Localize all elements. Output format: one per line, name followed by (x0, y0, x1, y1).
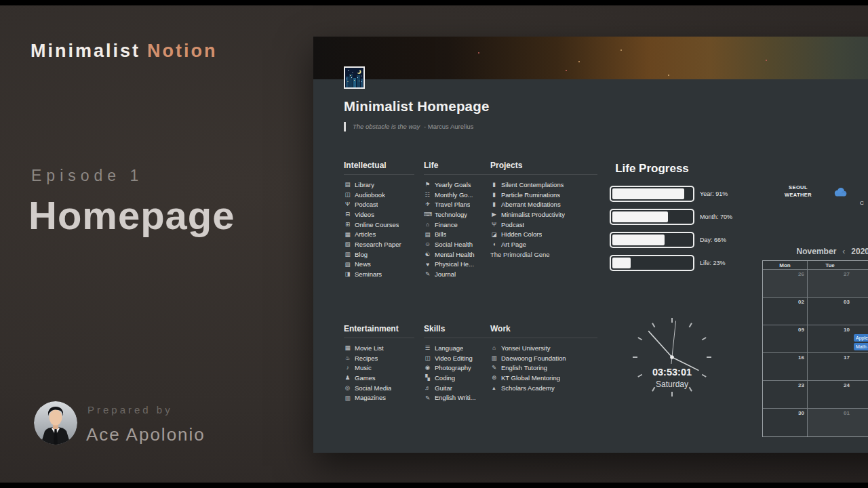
calendar-prev-button[interactable]: ‹ (842, 247, 845, 256)
page-link-item[interactable]: ⌨Technology (424, 209, 494, 220)
calendar-cell[interactable]: 25 (852, 381, 868, 409)
calendar-cell[interactable]: 30 (763, 409, 808, 436)
page-link-item[interactable]: ✎English Writi... (424, 392, 498, 403)
progress-bar-list: Year: 91% Month: 70% Day: 66% Li (610, 186, 766, 271)
page-link-item[interactable]: ▦Articles (344, 229, 414, 239)
video-player-icon: ⊟ (344, 211, 351, 218)
page-link-label: KT Global Mentoring (501, 374, 560, 382)
calendar-cell[interactable]: 17 (808, 353, 852, 381)
page-link-item[interactable]: ☯Mental Health (424, 249, 494, 260)
microphone-icon: Ψ (490, 222, 498, 228)
page-link-item[interactable]: ◪Hidden Colors (490, 229, 597, 239)
page-link-item[interactable]: ✎Journal (424, 269, 494, 279)
page-link-item[interactable]: ◉Photography (424, 363, 498, 373)
calendar-event-chip[interactable]: Math 4 (854, 343, 868, 350)
page-link-item[interactable]: ◫Video Editing (424, 353, 498, 363)
page-link-item[interactable]: ◨Seminars (344, 269, 414, 279)
page-link-item[interactable]: ⌂Finance (424, 220, 494, 230)
calendar-day-header: Wed (852, 261, 868, 270)
calendar-cell[interactable]: 26 (763, 270, 808, 298)
calendar-events: AppleMath 4 (854, 334, 868, 352)
section-item-list: ▤Library◫AudiobookΨPodcast⊟Videos⊞Online… (344, 180, 414, 279)
page-link-item[interactable]: ◫Audiobook (344, 190, 414, 200)
star-dot (578, 61, 580, 62)
progress-row: Year: 91% (610, 186, 766, 202)
star-dot (668, 75, 669, 76)
page-link-label: Yearly Goals (435, 181, 471, 188)
page-link-item[interactable]: The Primordial Gene (490, 249, 597, 260)
calendar-cell[interactable]: 10 (808, 325, 852, 353)
page-link-item[interactable]: ΨPodcast (344, 199, 414, 209)
section-title: Skills (424, 324, 498, 338)
calendar-cell[interactable]: 24 (808, 381, 852, 409)
game-icon: ♟ (344, 375, 351, 381)
page-link-label: Podcast (501, 221, 524, 228)
page-link-item[interactable]: ▮Particle Ruminations (490, 190, 597, 200)
calendar-cell[interactable]: 04 (852, 298, 868, 325)
page-link-item[interactable]: ▮Aberrant Meditations (490, 199, 597, 209)
blog-icon: ▥ (344, 251, 351, 258)
page-link-item[interactable]: ♥Physical He... (424, 260, 494, 270)
progress-row: Day: 66% (610, 232, 766, 248)
page-link-label: English Tutoring (501, 364, 547, 371)
page-link-item[interactable]: ⊟Videos (344, 209, 414, 220)
progress-bar-fill (612, 258, 631, 268)
page-link-item[interactable]: ▶Minimalist Productivity (490, 209, 597, 220)
page-link-item[interactable]: ⊕KT Global Mentoring (490, 373, 597, 383)
page-link-label: Physical He... (435, 260, 474, 268)
page-link-item[interactable]: ✈Travel Plans (424, 199, 494, 209)
page-link-item[interactable]: ▥Magazines (344, 392, 414, 403)
magazine-icon: ▥ (344, 395, 351, 401)
section-intellectual: Intellectual ▤Library◫AudiobookΨPodcast⊟… (344, 161, 414, 279)
research-paper-icon: ▧ (344, 241, 351, 247)
page-link-item[interactable]: ▨News (344, 260, 414, 270)
page-link-item[interactable]: ⊞Online Courses (344, 220, 414, 230)
page-link-item[interactable]: ▤Bills (424, 229, 494, 239)
calendar-cell[interactable]: 11 AppleMath 4 (852, 325, 868, 353)
day-of-week: Saturday (629, 380, 715, 389)
calendar-cell[interactable]: 03 (808, 298, 852, 325)
pencil-icon: ✎ (424, 271, 431, 277)
page-link-item[interactable]: ▚Coding (424, 373, 498, 383)
page-link-item[interactable]: ▥Blog (344, 249, 414, 260)
calendar-month-label: November (797, 247, 837, 256)
calendar-cell[interactable]: 18 (852, 353, 868, 381)
calendar-cell[interactable]: 02 (852, 409, 868, 436)
calendar-cell[interactable]: 01 (808, 409, 852, 436)
camera-icon: ◉ (424, 365, 431, 371)
page-link-item[interactable]: ▴Scholars Academy (490, 383, 597, 393)
page-link-item[interactable]: ▥Daewoong Foundation (490, 353, 597, 363)
page-link-item[interactable]: ☰Language (424, 343, 498, 353)
page-link-item[interactable]: ♪Music (344, 363, 414, 373)
calendar-cell[interactable]: 27 (808, 270, 852, 298)
page-link-label: Research Paper (355, 241, 401, 248)
calendar-cell[interactable]: 02 (763, 298, 808, 325)
page-link-label: Social Health (435, 241, 473, 248)
page-link-item[interactable]: ◖Art Page (490, 239, 597, 249)
calendar-cell[interactable]: 28 (852, 270, 868, 298)
progress-bar-fill (612, 235, 665, 245)
page-link-item[interactable]: ♨Recipes (344, 353, 414, 363)
night-city-icon[interactable] (344, 66, 365, 89)
page-link-item[interactable]: ♬Guitar (424, 383, 498, 393)
page-link-item[interactable]: ◎Social Media (344, 383, 414, 393)
calendar-cell[interactable]: 09 (763, 325, 808, 353)
calendar-cell[interactable]: 23 (763, 381, 808, 409)
page-link-item[interactable]: ⌂Yonsei University (490, 343, 597, 353)
page-link-item[interactable]: ♟Games (344, 373, 414, 383)
cloud-icon (833, 186, 848, 201)
page-link-item[interactable]: ☷Monthly Go... (424, 190, 494, 200)
page-link-item[interactable]: ▦Movie List (344, 343, 414, 353)
calendar-cell[interactable]: 16 (763, 353, 808, 381)
page-link-item[interactable]: ⚑Yearly Goals (424, 180, 494, 190)
calendar-date: 10 (844, 327, 850, 333)
page-link-item[interactable]: ▧Research Paper (344, 239, 414, 249)
page-link-label: Online Courses (355, 221, 399, 228)
page-link-item[interactable]: ✎English Tutoring (490, 363, 597, 373)
page-link-item[interactable]: ΨPodcast (490, 220, 597, 230)
page-link-item[interactable]: ▤Library (344, 180, 414, 190)
calendar-date: 03 (844, 299, 850, 305)
page-link-item[interactable]: ▮Silent Contemplations (490, 180, 597, 190)
calendar-event-chip[interactable]: Apple (854, 334, 868, 342)
page-link-item[interactable]: ☺Social Health (424, 239, 494, 249)
